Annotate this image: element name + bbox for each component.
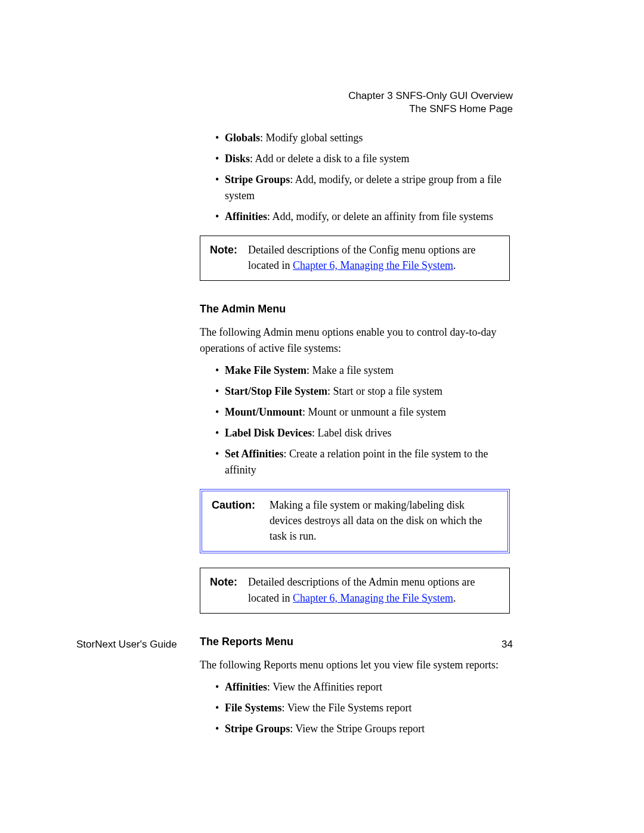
list-item: Stripe Groups: Add, modify, or delete a … [215, 172, 510, 204]
admin-intro: The following Admin menu options enable … [200, 324, 510, 357]
list-desc: : View the Affinities report [267, 681, 382, 693]
list-desc: : View the Stripe Groups report [290, 723, 425, 735]
caution-body: Making a file system or making/labeling … [270, 497, 498, 544]
list-desc: : Add, modify, or delete an affinity fro… [267, 210, 493, 222]
list-item: File Systems: View the File Systems repo… [215, 700, 510, 716]
list-desc: : Make a file system [306, 364, 394, 376]
page-content: Globals: Modify global settings Disks: A… [200, 130, 510, 747]
footer-page-number: 34 [501, 639, 513, 651]
list-item: Set Affinities: Create a relation point … [215, 446, 510, 478]
list-item: Mount/Unmount: Mount or unmount a file s… [215, 404, 510, 420]
list-term: Start/Stop File System [225, 385, 327, 397]
note-label: Note: [210, 242, 248, 273]
list-desc: : View the File Systems report [281, 702, 411, 714]
list-term: Disks [225, 153, 250, 165]
list-term: Mount/Unmount [225, 406, 302, 418]
note-box-config: Note: Detailed descriptions of the Confi… [200, 236, 510, 281]
list-term: Affinities [225, 210, 267, 222]
admin-menu-list: Make File System: Make a file system Sta… [215, 363, 510, 478]
note-body: Detailed descriptions of the Config menu… [248, 242, 500, 273]
caution-box: Caution: Making a file system or making/… [200, 489, 510, 553]
list-item: Affinities: Add, modify, or delete an af… [215, 209, 510, 225]
list-term: Set Affinities [225, 448, 284, 460]
list-term: Stripe Groups [225, 174, 290, 185]
reports-menu-heading: The Reports Menu [200, 634, 510, 650]
list-desc: : Start or stop a file system [327, 385, 442, 397]
list-item: Label Disk Devices: Label disk drives [215, 425, 510, 441]
list-item: Make File System: Make a file system [215, 363, 510, 379]
list-desc: : Add or delete a disk to a file system [250, 153, 409, 165]
list-desc: : Mount or unmount a file system [302, 406, 446, 418]
footer-doc-title: StorNext User's Guide [76, 639, 177, 651]
list-item: Start/Stop File System: Start or stop a … [215, 383, 510, 400]
list-term: File Systems [225, 702, 281, 714]
caution-label: Caution: [212, 497, 270, 544]
header-chapter: Chapter 3 SNFS-Only GUI Overview [348, 89, 513, 103]
list-term: Globals [225, 132, 260, 144]
list-desc: : Modify global settings [260, 132, 363, 144]
list-item: Globals: Modify global settings [215, 130, 510, 146]
page-header: Chapter 3 SNFS-Only GUI Overview The SNF… [348, 89, 513, 116]
list-desc: : Label disk drives [312, 427, 391, 439]
note-box-admin: Note: Detailed descriptions of the Admin… [200, 568, 510, 613]
document-page: Chapter 3 SNFS-Only GUI Overview The SNF… [0, 0, 644, 833]
list-term: Stripe Groups [225, 723, 290, 735]
note-text-suffix: . [453, 592, 456, 604]
list-term: Make File System [225, 364, 306, 376]
reports-intro: The following Reports menu options let y… [200, 657, 510, 673]
chapter-6-link[interactable]: Chapter 6, Managing the File System [293, 592, 453, 604]
note-label: Note: [210, 574, 248, 605]
note-text-suffix: . [453, 259, 456, 271]
reports-menu-list: Affinities: View the Affinities report F… [215, 679, 510, 737]
admin-menu-heading: The Admin Menu [200, 301, 510, 317]
header-subline: The SNFS Home Page [348, 103, 513, 116]
chapter-6-link[interactable]: Chapter 6, Managing the File System [293, 259, 453, 271]
note-body: Detailed descriptions of the Admin menu … [248, 574, 500, 605]
list-item: Disks: Add or delete a disk to a file sy… [215, 151, 510, 167]
list-term: Label Disk Devices [225, 427, 312, 439]
list-item: Affinities: View the Affinities report [215, 679, 510, 695]
list-item: Stripe Groups: View the Stripe Groups re… [215, 721, 510, 737]
config-menu-list: Globals: Modify global settings Disks: A… [215, 130, 510, 225]
list-term: Affinities [225, 681, 267, 693]
